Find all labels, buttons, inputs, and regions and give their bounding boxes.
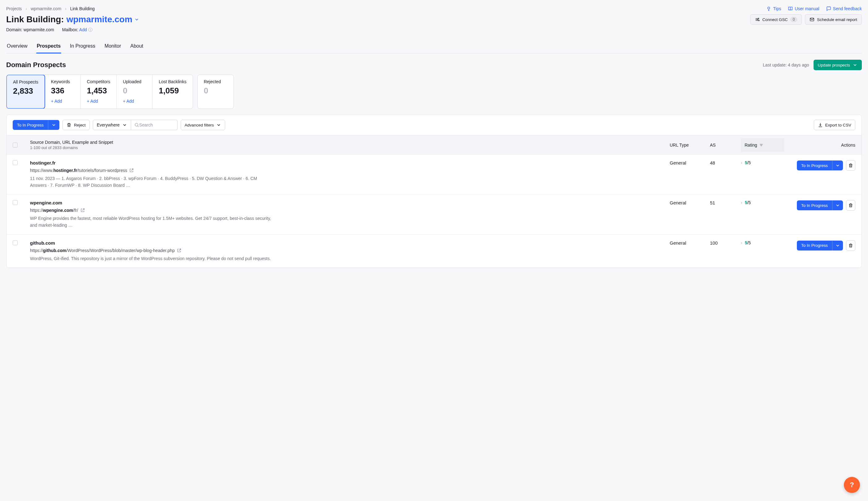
breadcrumb-projects[interactable]: Projects (6, 6, 22, 11)
user-manual-link[interactable]: User manual (788, 6, 819, 11)
row-to-in-progress-button[interactable]: To In Progress (797, 200, 832, 210)
card-all-prospects[interactable]: All Prospects 2,833 (6, 75, 45, 109)
send-feedback-link[interactable]: Send feedback (826, 6, 862, 11)
search-input[interactable] (139, 122, 174, 127)
row-rating[interactable]: › 5/5 (741, 240, 784, 245)
row-snippet: 11 nov. 2023 — 1. Asgaros Forum · 2. bbP… (30, 175, 271, 189)
row-url[interactable]: https://github.com/WordPress/WordPress/b… (30, 248, 670, 253)
card-competitors-add[interactable]: + Add (87, 99, 110, 104)
row-rating[interactable]: › 5/5 (741, 160, 784, 165)
to-in-progress-button[interactable]: To In Progress (13, 120, 48, 130)
card-rejected-cap: Rejected (204, 79, 227, 84)
tab-overview[interactable]: Overview (6, 41, 28, 53)
to-in-progress-dropdown[interactable] (48, 120, 60, 130)
update-prospects-button[interactable]: Update prospects (814, 60, 862, 70)
card-uploaded[interactable]: Uploaded 0 + Add (117, 75, 152, 108)
card-competitors[interactable]: Competitors 1,453 + Add (81, 75, 117, 108)
row-to-in-progress-dropdown[interactable] (832, 241, 843, 250)
chevron-down-icon (122, 122, 127, 127)
select-all-checkbox[interactable] (13, 142, 18, 148)
trash-icon (66, 122, 72, 127)
row-as: 48 (710, 160, 741, 166)
row-to-in-progress-dropdown[interactable] (832, 200, 843, 210)
export-csv-label: Export to CSV (825, 123, 851, 127)
chevron-right-icon: › (26, 6, 27, 11)
th-url-type[interactable]: URL Type (670, 142, 710, 148)
reject-button[interactable]: Reject (63, 120, 90, 130)
mailbox-add-link[interactable]: Add (79, 27, 87, 32)
chevron-down-icon (853, 63, 857, 67)
row-delete-button[interactable] (846, 240, 855, 251)
domain-dropdown-label: wpmarmite.com (66, 14, 133, 24)
domain-info: Domain: wpmarmite.com (6, 27, 54, 33)
schedule-email-label: Schedule email report (817, 17, 857, 22)
th-as[interactable]: AS (710, 142, 741, 148)
breadcrumb-current: Link Building (70, 6, 95, 11)
row-url[interactable]: https://wpengine.com/fr/ (30, 208, 670, 213)
export-csv-button[interactable]: Export to CSV (814, 120, 855, 130)
update-prospects-label: Update prospects (818, 63, 850, 67)
row-domain[interactable]: hostinger.fr (30, 160, 670, 166)
trash-icon (848, 243, 853, 248)
sort-icon (759, 142, 764, 148)
page-title: Link Building: wpmarmite.com (6, 14, 139, 24)
chevron-down-icon (835, 163, 840, 168)
row-rating[interactable]: › 5/5 (741, 200, 784, 205)
domain-dropdown[interactable]: wpmarmite.com (66, 14, 139, 24)
svg-point-0 (768, 7, 770, 9)
card-uploaded-add[interactable]: + Add (123, 99, 146, 104)
chevron-down-icon (835, 243, 840, 248)
svg-point-5 (135, 124, 138, 126)
tab-monitor[interactable]: Monitor (104, 41, 121, 53)
settings-sliders-icon (755, 17, 760, 22)
row-domain[interactable]: github.com (30, 240, 670, 246)
row-to-in-progress-dropdown[interactable] (832, 160, 843, 170)
row-url-type: General (670, 160, 710, 166)
chevron-right-icon: › (65, 6, 66, 11)
chevron-down-icon (134, 17, 139, 22)
info-icon[interactable]: ⓘ (88, 27, 93, 32)
reject-label: Reject (74, 123, 86, 127)
card-keywords[interactable]: Keywords 336 + Add (45, 75, 81, 108)
chevron-right-icon: › (741, 240, 742, 245)
card-keywords-add[interactable]: + Add (51, 99, 74, 104)
mailbox-info: Mailbox: Add ⓘ (62, 27, 93, 33)
card-uploaded-cap: Uploaded (123, 79, 146, 84)
breadcrumb-domain[interactable]: wpmarmite.com (31, 6, 61, 11)
book-icon (788, 6, 793, 11)
tab-prospects[interactable]: Prospects (36, 41, 61, 53)
row-delete-button[interactable] (846, 160, 855, 171)
row-as: 100 (710, 240, 741, 246)
row-delete-button[interactable] (846, 200, 855, 211)
th-source: Source Domain, URL Example and Snippet (30, 140, 670, 145)
card-uploaded-val: 0 (123, 86, 146, 96)
section-title: Domain Prospects (6, 61, 66, 69)
card-lost-backlinks[interactable]: Lost Backlinks 1,059 (152, 75, 192, 108)
page-title-prefix: Link Building: (6, 14, 64, 24)
chevron-down-icon (51, 122, 56, 127)
schedule-email-button[interactable]: Schedule email report (805, 14, 862, 25)
card-keywords-cap: Keywords (51, 79, 74, 84)
tab-about[interactable]: About (130, 41, 144, 53)
row-url-type: General (670, 200, 710, 205)
mailbox-info-label: Mailbox: (62, 27, 78, 32)
row-domain[interactable]: wpengine.com (30, 200, 670, 205)
export-icon (818, 122, 823, 127)
chevron-right-icon: › (741, 160, 742, 165)
row-url[interactable]: https://www.hostinger.fr/tutoriels/forum… (30, 168, 670, 173)
th-rating[interactable]: Rating (741, 138, 784, 152)
tab-in-progress[interactable]: In Progress (69, 41, 96, 53)
tips-link[interactable]: Tips (766, 6, 781, 11)
connect-gsc-button[interactable]: Connect GSC 0 (750, 14, 802, 25)
row-checkbox[interactable] (13, 200, 18, 205)
advanced-filters-button[interactable]: Advanced filters (181, 120, 225, 130)
card-rejected[interactable]: Rejected 0 (198, 75, 234, 108)
row-to-in-progress-button[interactable]: To In Progress (797, 241, 832, 250)
scope-dropdown[interactable]: Everywhere (93, 120, 131, 130)
table-row: github.com https://github.com/WordPress/… (7, 235, 861, 268)
row-checkbox[interactable] (13, 240, 18, 245)
svg-point-1 (758, 18, 759, 19)
row-to-in-progress-button[interactable]: To In Progress (797, 160, 832, 170)
row-checkbox[interactable] (13, 160, 18, 165)
external-link-icon (129, 168, 134, 173)
